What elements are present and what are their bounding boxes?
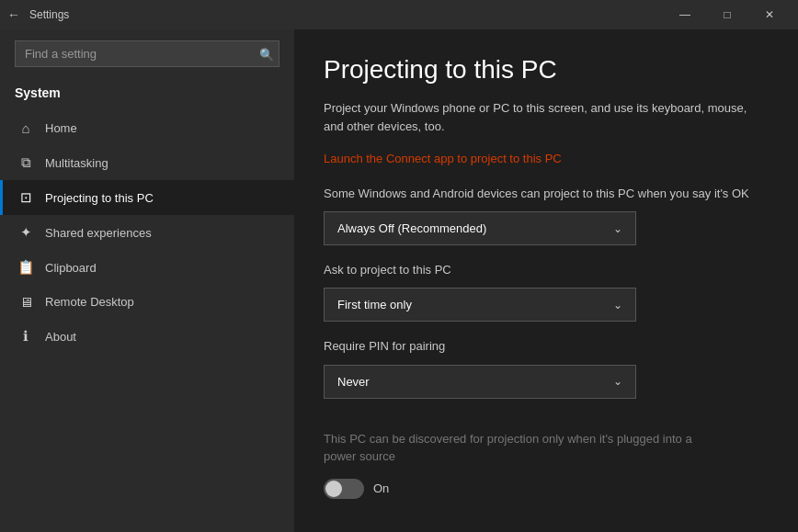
dropdown2[interactable]: First time only ⌄ <box>324 288 636 322</box>
sidebar-item-label: About <box>45 330 76 344</box>
content-area: Projecting to this PC Project your Windo… <box>294 29 798 532</box>
connect-link[interactable]: Launch the Connect app to project to thi… <box>324 152 769 165</box>
sidebar: 🔍 System ⌂ Home ⧉ Multitasking ⊡ Project… <box>0 29 294 532</box>
toggle-knob <box>325 481 342 497</box>
title-bar: ← Settings — □ ✕ <box>0 0 798 29</box>
search-icon[interactable]: 🔍 <box>259 47 274 61</box>
maximize-button[interactable]: □ <box>706 0 748 29</box>
back-button[interactable]: ← <box>7 7 20 22</box>
home-icon: ⌂ <box>17 120 34 136</box>
chevron-down-icon: ⌄ <box>613 222 622 235</box>
close-button[interactable]: ✕ <box>748 0 791 29</box>
toggle-label: On <box>373 481 389 495</box>
section1-label: Some Windows and Android devices can pro… <box>324 186 769 202</box>
remote-icon: 🖥 <box>17 294 34 310</box>
dropdown2-value: First time only <box>337 298 412 311</box>
clipboard-icon: 📋 <box>17 259 34 276</box>
toggle-row: On <box>324 479 769 499</box>
disabled-section: This PC can be discovered for projection… <box>324 419 769 499</box>
minimize-button[interactable]: — <box>664 0 706 29</box>
system-label: System <box>0 78 294 111</box>
description-text: Project your Windows phone or PC to this… <box>324 99 769 135</box>
section3-label: Require PIN for pairing <box>324 338 769 355</box>
sidebar-item-shared[interactable]: ✦ Shared experiences <box>0 215 294 250</box>
sidebar-item-multitasking[interactable]: ⧉ Multitasking <box>0 145 294 180</box>
dropdown1[interactable]: Always Off (Recommended) ⌄ <box>324 211 636 245</box>
window-controls: — □ ✕ <box>664 0 791 29</box>
search-box: 🔍 <box>15 40 279 67</box>
chevron-down-icon: ⌄ <box>613 299 622 311</box>
power-source-toggle[interactable] <box>324 479 364 499</box>
sidebar-item-projecting[interactable]: ⊡ Projecting to this PC <box>0 180 294 215</box>
dropdown1-value: Always Off (Recommended) <box>337 221 486 235</box>
multitasking-icon: ⧉ <box>17 154 34 171</box>
shared-icon: ✦ <box>17 224 34 241</box>
about-icon: ℹ <box>17 328 34 345</box>
sidebar-item-label: Multitasking <box>45 156 108 170</box>
sidebar-item-clipboard[interactable]: 📋 Clipboard <box>0 250 294 285</box>
projecting-icon: ⊡ <box>17 189 34 206</box>
dropdown3-value: Never <box>337 375 370 389</box>
disabled-description: This PC can be discovered for projection… <box>324 430 719 466</box>
sidebar-item-label: Home <box>45 121 77 135</box>
sidebar-item-label: Remote Desktop <box>45 295 134 309</box>
window-title: Settings <box>29 8 664 21</box>
sidebar-item-home[interactable]: ⌂ Home <box>0 111 294 145</box>
sidebar-item-remote[interactable]: 🖥 Remote Desktop <box>0 285 294 319</box>
page-title: Projecting to this PC <box>324 55 769 85</box>
search-input[interactable] <box>15 40 279 67</box>
sidebar-item-label: Projecting to this PC <box>45 191 154 205</box>
chevron-down-icon: ⌄ <box>613 375 622 388</box>
sidebar-item-label: Shared experiences <box>45 226 152 240</box>
main-container: 🔍 System ⌂ Home ⧉ Multitasking ⊡ Project… <box>0 29 798 532</box>
section2-label: Ask to project to this PC <box>324 262 769 278</box>
sidebar-item-about[interactable]: ℹ About <box>0 319 294 354</box>
sidebar-item-label: Clipboard <box>45 261 97 275</box>
dropdown3[interactable]: Never ⌄ <box>324 365 636 399</box>
